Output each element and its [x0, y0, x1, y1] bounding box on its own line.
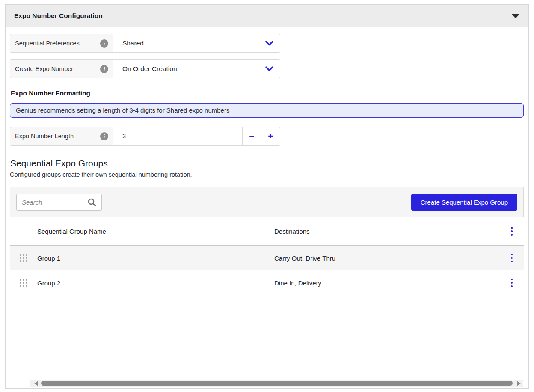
recommendation-text: Genius recommends setting a length of 3-…: [16, 107, 229, 114]
chevron-down-icon: [265, 41, 273, 46]
chevron-down-icon: [265, 66, 273, 71]
create-expo-number-value: On Order Creation: [122, 65, 177, 73]
destinations-cell: Dine In, Delivery: [274, 279, 500, 287]
create-expo-number-label: Create Expo Number: [15, 65, 73, 72]
info-icon[interactable]: i: [100, 132, 108, 140]
collapse-caret-icon[interactable]: [511, 14, 520, 18]
destinations-cell: Carry Out, Drive Thru: [274, 255, 500, 262]
recommendation-banner: Genius recommends setting a length of 3-…: [10, 103, 524, 118]
group-name-cell: Group 1: [37, 255, 274, 262]
horizontal-scrollbar: [30, 380, 523, 387]
panel-body: Sequential Preferences i Shared Create E…: [6, 27, 528, 295]
sequential-preferences-select[interactable]: Shared: [113, 34, 280, 52]
table-menu-icon[interactable]: [508, 226, 516, 237]
expo-number-formatting-heading: Expo Number Formatting: [11, 89, 524, 97]
decrement-button[interactable]: −: [242, 127, 261, 145]
info-icon[interactable]: i: [100, 65, 108, 73]
sequential-preferences-label-cell: Sequential Preferences i: [10, 34, 113, 52]
sequential-expo-groups-subheading: Configured groups create their own seque…: [10, 171, 524, 178]
increment-button[interactable]: +: [261, 127, 280, 145]
drag-handle-icon[interactable]: [20, 279, 27, 287]
sequential-expo-groups-heading: Sequential Expo Groups: [10, 158, 524, 169]
search-box: [16, 194, 102, 211]
drag-handle-icon[interactable]: [20, 254, 27, 262]
table-row: Group 1 Carry Out, Drive Thru: [10, 246, 524, 270]
group-name-cell: Group 2: [37, 279, 274, 287]
table-row: Group 2 Dine In, Delivery: [10, 270, 524, 295]
expo-number-length-label-cell: Expo Number Length i: [10, 127, 113, 145]
scrollbar-thumb[interactable]: [41, 381, 513, 386]
expo-number-length-value: 3: [122, 133, 126, 140]
groups-toolbar: Create Sequential Expo Group: [10, 187, 524, 217]
create-expo-number-select[interactable]: On Order Creation: [113, 60, 280, 78]
table-header-row: Sequential Group Name Destinations: [10, 217, 524, 246]
row-menu-icon[interactable]: [508, 277, 516, 289]
expo-number-configuration-panel: Expo Number Configuration Sequential Pre…: [5, 4, 529, 389]
search-icon[interactable]: [87, 198, 96, 207]
expo-number-length-field: Expo Number Length i 3 − +: [10, 127, 280, 146]
info-icon[interactable]: i: [100, 39, 108, 48]
sequential-preferences-field: Sequential Preferences i Shared: [10, 34, 280, 53]
destinations-column-header: Destinations: [274, 228, 500, 235]
create-expo-number-label-cell: Create Expo Number i: [10, 60, 113, 78]
expo-number-length-label: Expo Number Length: [15, 133, 74, 140]
scroll-right-arrow-icon[interactable]: [517, 381, 521, 386]
search-input[interactable]: [22, 199, 87, 206]
panel-header: Expo Number Configuration: [6, 5, 528, 27]
create-expo-number-field: Create Expo Number i On Order Creation: [10, 59, 280, 78]
panel-title: Expo Number Configuration: [14, 12, 103, 20]
sequential-preferences-label: Sequential Preferences: [15, 40, 80, 47]
scroll-left-arrow-icon[interactable]: [34, 381, 38, 386]
group-name-column-header: Sequential Group Name: [37, 228, 274, 235]
expo-number-length-input[interactable]: 3: [113, 127, 242, 145]
sequential-preferences-value: Shared: [122, 39, 144, 47]
create-sequential-expo-group-button[interactable]: Create Sequential Expo Group: [411, 194, 517, 211]
row-menu-icon[interactable]: [508, 252, 516, 264]
